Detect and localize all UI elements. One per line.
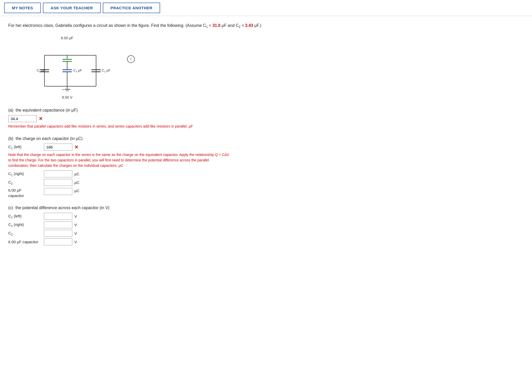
part-c-c1-left-input[interactable] (44, 213, 72, 220)
part-b-c1-right-input[interactable] (44, 170, 72, 177)
svg-text:C1 μF: C1 μF (102, 68, 111, 73)
part-c-c1-right-input[interactable] (44, 221, 72, 228)
part-c-c2-label: C2 (8, 231, 42, 236)
part-c-c1-left-row: C1 (left) V (8, 213, 524, 220)
part-b-c1-left-row: C1 (left) ✕ (8, 144, 524, 151)
part-b-6uf-row: 6.00 μFcapacitor μC (8, 187, 524, 198)
toolbar: MY NOTES ASK YOUR TEACHER PRACTICE ANOTH… (0, 0, 532, 16)
svg-text:−: − (69, 88, 71, 91)
part-a-hint: Remember that parallel capacitors add li… (8, 124, 230, 129)
practice-another-button[interactable]: PRACTICE ANOTHER (103, 3, 160, 13)
part-c-6uf-row: 6.00 μF capacitor V (8, 238, 524, 245)
svg-text:C1 μF: C1 μF (37, 68, 45, 73)
part-c-6uf-label: 6.00 μF capacitor (8, 240, 42, 244)
part-b-hint: Note that the charge on each capacitor i… (8, 152, 230, 168)
svg-text:9.00 V: 9.00 V (62, 95, 73, 99)
info-icon[interactable]: i (127, 55, 135, 63)
svg-text:C2 μF: C2 μF (73, 68, 82, 73)
circuit-container: 6.00 μF C1 μF (29, 35, 524, 102)
part-b-label: (b) the charge on each capacitor (in μC) (8, 136, 524, 141)
part-c-c1-right-row: C1 (right) V (8, 221, 524, 228)
part-a-wrong-icon: ✕ (39, 116, 43, 122)
my-notes-button[interactable]: MY NOTES (4, 3, 41, 13)
part-c-6uf-input[interactable] (44, 238, 72, 245)
part-b-c1-right-label: C1 (right) (8, 171, 42, 177)
part-c-c1-right-label: C1 (right) (8, 222, 42, 228)
part-a-label: (a) the equivalent capacitance (in μF) (8, 108, 524, 113)
part-c-c2-input[interactable] (44, 230, 72, 237)
circuit-diagram: 6.00 μF C1 μF (29, 35, 112, 102)
part-b: (b) the charge on each capacitor (in μC)… (8, 136, 524, 198)
part-a-input-row: ✕ (8, 115, 524, 122)
part-c: (c) the potential difference across each… (8, 206, 524, 245)
part-b-c1-left-label: C1 (left) (8, 145, 42, 150)
part-c-label: (c) the potential difference across each… (8, 206, 524, 210)
part-c-c2-row: C2 V (8, 230, 524, 237)
c1-value: 31.0 (213, 23, 221, 28)
part-b-c2-input[interactable] (44, 179, 72, 186)
part-b-c1-right-unit: μC (74, 172, 79, 176)
part-b-c1-right-row: C1 (right) μC (8, 170, 524, 177)
part-b-c1-left-input[interactable] (44, 144, 72, 151)
ask-teacher-button[interactable]: ASK YOUR TEACHER (43, 3, 101, 13)
part-a-input[interactable] (8, 115, 37, 122)
part-c-c1-left-unit: V (74, 214, 77, 218)
part-b-6uf-label: 6.00 μFcapacitor (8, 187, 42, 198)
part-b-c2-label: C2 (8, 180, 42, 185)
part-c-c1-right-unit: V (74, 223, 77, 227)
part-b-6uf-input[interactable] (44, 188, 72, 195)
problem-statement: For her electronics class, Gabriella con… (8, 22, 524, 29)
part-a: (a) the equivalent capacitance (in μF) ✕… (8, 108, 524, 129)
svg-text:+: + (62, 88, 64, 91)
part-b-c1-left-wrong-icon: ✕ (74, 144, 78, 150)
content-area: For her electronics class, Gabriella con… (0, 16, 532, 259)
part-c-c2-unit: V (74, 231, 77, 236)
svg-text:6.00 μF: 6.00 μF (61, 36, 73, 40)
part-b-c2-row: C2 μC (8, 179, 524, 186)
part-b-6uf-unit: μC (74, 189, 79, 193)
part-b-c2-unit: μC (74, 180, 79, 185)
part-c-c1-left-label: C1 (left) (8, 214, 42, 219)
part-c-6uf-unit: V (74, 240, 77, 244)
c2-value: 3.43 (245, 23, 253, 28)
